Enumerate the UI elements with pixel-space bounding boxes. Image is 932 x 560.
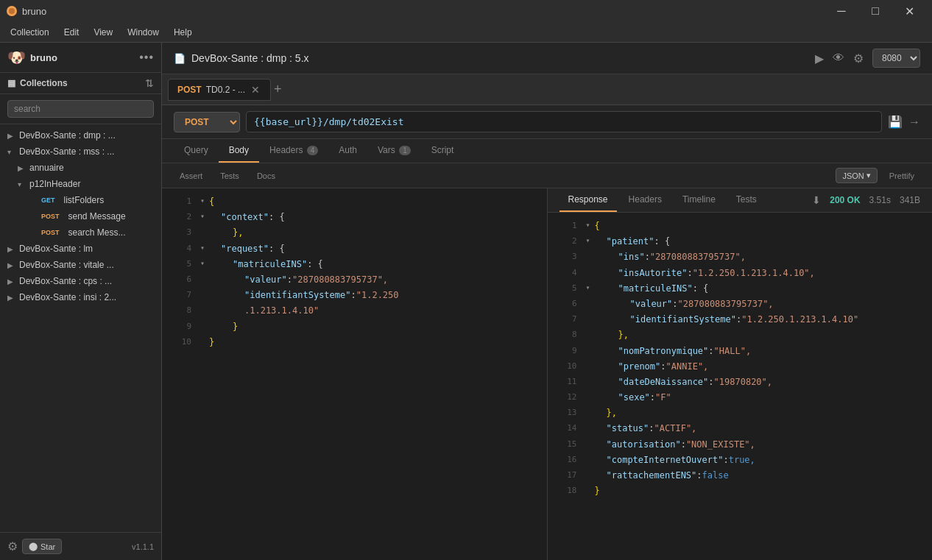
chevron-icon: ▾: [7, 148, 16, 156]
response-size: 341B: [900, 195, 920, 205]
body-tab-assert[interactable]: Assert: [174, 169, 208, 182]
code-content: "identifiantSysteme": [630, 313, 737, 327]
json-format-button[interactable]: JSON ▾: [836, 168, 877, 183]
save-icon-button[interactable]: 💾: [888, 115, 903, 129]
collapse-icon[interactable]: ▾: [586, 219, 592, 231]
method-badge-get: GET: [38, 196, 58, 205]
tab-close-button[interactable]: ✕: [250, 84, 261, 96]
minimize-button[interactable]: ─: [825, 0, 858, 22]
settings-button[interactable]: ⚙: [7, 539, 18, 553]
tree-item-cps[interactable]: ▶ DevBox-Sante : cps : ...: [0, 273, 161, 289]
tree-item-label: DevBox-Sante : cps : ...: [19, 276, 154, 286]
menu-edit[interactable]: Edit: [57, 24, 87, 40]
line-number: 17: [559, 469, 577, 482]
tree-item-p12inheader[interactable]: ▾ p12InHeader: [0, 176, 161, 192]
response-time: 3.51s: [869, 195, 891, 205]
res-tab-tests[interactable]: Tests: [727, 188, 766, 212]
tree-item-sendmessage[interactable]: POST send Message: [0, 208, 161, 224]
collapse-icon[interactable]: ▾: [200, 258, 206, 269]
code-line: 7 "identifiantSysteme" : "1.2.250: [162, 288, 547, 303]
titlebar-left: bruno: [6, 5, 46, 17]
code-content: "patient": [607, 235, 654, 249]
tab-add-button[interactable]: +: [274, 82, 282, 97]
body-tab-docs[interactable]: Docs: [251, 169, 281, 182]
chevron-icon: ▶: [7, 245, 16, 253]
collapse-icon[interactable]: ▾: [200, 210, 206, 222]
tab-query[interactable]: Query: [174, 139, 219, 163]
menu-view[interactable]: View: [86, 24, 120, 40]
line-number: 15: [559, 438, 577, 451]
tab-body[interactable]: Body: [219, 139, 259, 163]
code-line: 6 "valeur" : "287080883795737",: [162, 272, 547, 288]
tree-item-label: DevBox-Sante : lm: [19, 244, 154, 254]
search-box: [0, 94, 161, 124]
chevron-icon: ▶: [7, 132, 16, 140]
line-number: 18: [559, 484, 577, 497]
collapse-icon[interactable]: ▾: [586, 282, 592, 294]
sidebar-footer: ⚙ ⬤ Star v1.1.1: [0, 532, 161, 560]
code-content: "status": [607, 422, 649, 436]
method-select[interactable]: POST GET PUT DELETE: [174, 112, 240, 132]
tree-item-insi[interactable]: ▶ DevBox-Sante : insi : 2...: [0, 289, 161, 305]
tree-item-label: DevBox-Sante : insi : 2...: [19, 292, 154, 302]
res-tab-headers[interactable]: Headers: [620, 188, 671, 212]
tree-item-mss[interactable]: ▾ DevBox-Sante : mss : ...: [0, 143, 161, 160]
send-button[interactable]: →: [908, 116, 920, 129]
request-code-editor[interactable]: 1 ▾ { 2 ▾ "context" : { 3: [162, 188, 547, 560]
tree-item-searchmess[interactable]: POST search Mess...: [0, 224, 161, 241]
collapse-icon[interactable]: ▾: [586, 235, 592, 247]
tree-item-vitale[interactable]: ▶ DevBox-Sante : vitale ...: [0, 257, 161, 273]
tree-item-listfolders[interactable]: GET listFolders: [0, 192, 161, 208]
tab-auth[interactable]: Auth: [328, 139, 367, 163]
menu-help[interactable]: Help: [166, 24, 200, 40]
user-menu-button[interactable]: •••: [139, 51, 154, 64]
res-tab-timeline[interactable]: Timeline: [674, 188, 724, 212]
response-code-editor[interactable]: 1 ▾ { 2 ▾ "patient" : { 3: [548, 213, 933, 560]
tree-item-lm[interactable]: ▶ DevBox-Sante : lm: [0, 241, 161, 257]
menu-window[interactable]: Window: [120, 24, 166, 40]
collapse-icon[interactable]: ▾: [200, 195, 206, 207]
download-button[interactable]: ⬇: [812, 194, 821, 206]
code-line: 17 "rattachementENS" : false: [548, 468, 933, 483]
port-select[interactable]: 8080: [872, 49, 920, 68]
run-icon-button[interactable]: ▶: [815, 52, 824, 65]
code-content: "identifiantSysteme": [244, 288, 351, 302]
github-star-button[interactable]: ⬤ Star: [22, 539, 62, 554]
line-number: 3: [174, 226, 191, 239]
tab-post-td02[interactable]: POST TD0.2 - ... ✕: [168, 79, 271, 101]
tab-name-label: TD0.2 - ...: [206, 85, 245, 95]
menu-collection[interactable]: Collection: [3, 24, 57, 40]
code-line: 5 ▾ "matriculeINS" : {: [548, 281, 933, 297]
body-tab-tests[interactable]: Tests: [214, 169, 245, 182]
tab-vars[interactable]: Vars 1: [367, 139, 421, 163]
close-button[interactable]: ✕: [892, 0, 926, 22]
chevron-icon: ▶: [7, 261, 16, 269]
tab-method-label: POST: [177, 85, 202, 95]
response-tabs-bar: Response Headers Timeline Tests ⬇ 200 OK…: [548, 188, 933, 213]
maximize-button[interactable]: □: [858, 0, 892, 22]
eye-icon-button[interactable]: 👁: [833, 52, 844, 65]
document-icon: 📄: [174, 53, 186, 64]
code-content: "matriculeINS": [233, 258, 307, 272]
search-input[interactable]: [7, 100, 154, 118]
code-content: "request": [221, 242, 269, 256]
url-input[interactable]: [246, 111, 882, 132]
chevron-icon: ▶: [7, 294, 16, 302]
collapse-icon[interactable]: ▾: [200, 242, 206, 254]
chevron-icon: ▾: [18, 180, 27, 188]
tree-item-annuaire[interactable]: ▶ annuaire: [0, 160, 161, 176]
svg-point-1: [9, 8, 15, 14]
panels: 1 ▾ { 2 ▾ "context" : { 3: [162, 188, 932, 560]
tree-item-dmp[interactable]: ▶ DevBox-Sante : dmp : ...: [0, 127, 161, 143]
line-number: 5: [559, 282, 577, 295]
tree-item-label: DevBox-Sante : dmp : ...: [19, 130, 154, 141]
res-tab-response[interactable]: Response: [559, 188, 617, 212]
prettify-button[interactable]: Prettify: [883, 169, 920, 182]
tab-headers[interactable]: Headers 4: [259, 139, 328, 163]
gear-icon-button[interactable]: ⚙: [853, 52, 864, 65]
tab-script[interactable]: Script: [421, 139, 465, 163]
code-content: "compteInternetOuvert": [607, 453, 724, 467]
main-layout: 🐶 bruno ••• ▦ Collections ⇅ ▶ DevBox-San…: [0, 43, 932, 560]
body-tabs: Assert Tests Docs JSON ▾ Prettify: [162, 163, 932, 188]
sort-button[interactable]: ⇅: [145, 77, 154, 89]
